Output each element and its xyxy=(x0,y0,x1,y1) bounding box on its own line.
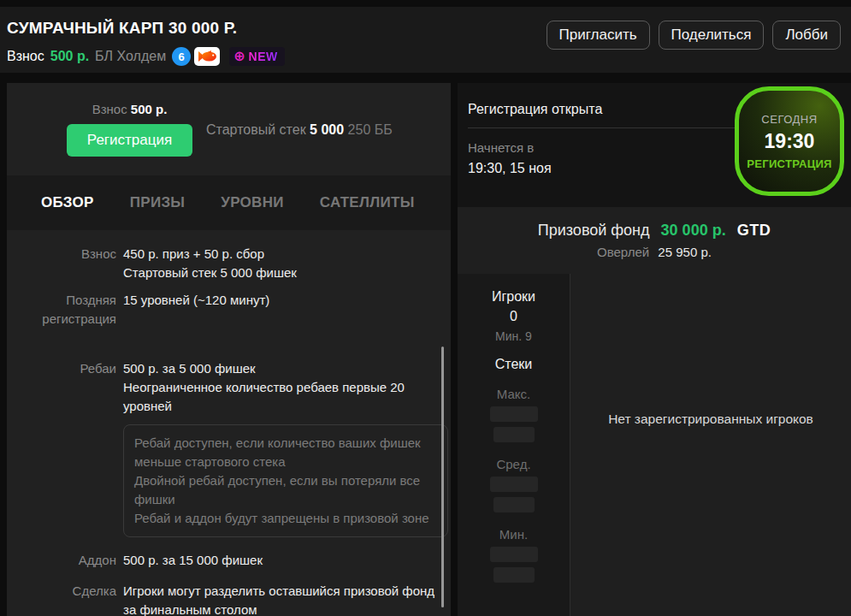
prize-pool-amount: 30 000 р. xyxy=(661,222,726,239)
rebuy-rule-line: Ребай доступен, если количество ваших фи… xyxy=(134,434,437,471)
content: Взнос 500 р. Регистрация Стартовый стек … xyxy=(0,83,851,616)
stacks-min-label: Мин. xyxy=(499,527,528,542)
rebuy-rule-line: Ребай и аддон будут запрещены в призовой… xyxy=(134,509,437,528)
panel-buyin-label: Взнос xyxy=(92,102,127,116)
detail-value-line: Неограниченное количество ребаев первые … xyxy=(123,378,446,416)
start-time-badge: СЕГОДНЯ 19:30 РЕГИСТРАЦИЯ xyxy=(735,86,844,196)
tab-satellites[interactable]: САТЕЛЛИТЫ xyxy=(320,194,415,211)
stack-placeholder-bar xyxy=(490,477,538,492)
players-min: Мин. 9 xyxy=(495,329,532,343)
panel-buyin-value: 500 р. xyxy=(131,102,168,116)
registration-status-section: Регистрация открыта Начнется в 19:30, 15… xyxy=(458,83,851,207)
register-button[interactable]: Регистрация xyxy=(67,124,192,157)
detail-value: Игроки могут разделить оставшийся призов… xyxy=(123,582,446,616)
detail-value-line: 450 р. приз + 50 р. сбор xyxy=(123,245,297,264)
game-type: БЛ Холдем xyxy=(95,49,166,64)
buyin-value: 500 р. xyxy=(50,49,89,64)
header-buttons: Пригласить Поделиться Лобби xyxy=(547,19,841,50)
detail-value: 500 р. за 5 000 фишек Неограниченное кол… xyxy=(123,359,446,416)
stats-column: Игроки 0 Мин. 9 Стеки Макс. Сред. Мин. xyxy=(458,274,570,616)
rebuy-rule-line: Двойной ребай доступен, если вы потеряли… xyxy=(134,471,437,509)
no-players-message: Нет зарегистрированных игроков xyxy=(608,412,813,478)
detail-value-line: 500 р. за 5 000 фишек xyxy=(123,359,446,378)
detail-value-line: Стартовый стек 5 000 фишек xyxy=(123,264,297,282)
tab-bar: ОБЗОР ПРИЗЫ УРОВНИ САТЕЛЛИТЫ xyxy=(7,175,451,230)
players-stats-section: Игроки 0 Мин. 9 Стеки Макс. Сред. Мин. Н… xyxy=(458,274,851,616)
tournament-title: СУМРАЧНЫЙ КАРП 30 000 Р. xyxy=(7,19,285,38)
new-badge: ⊕ NEW xyxy=(229,47,285,66)
overlay-line: Оверлей 25 950 р. xyxy=(597,245,712,259)
header-title-block: СУМРАЧНЫЙ КАРП 30 000 Р. Взнос 500 р. БЛ… xyxy=(7,19,285,66)
buyin-line: Взнос 500 р. xyxy=(92,102,168,116)
detail-value: 500 р. за 15 000 фишек xyxy=(123,551,263,570)
prize-pool-label: Призовой фонд xyxy=(538,222,650,239)
stacks-avg-label: Сред. xyxy=(496,457,530,471)
prize-pool-section: Призовой фонд 30 000 р. GTD Оверлей 25 9… xyxy=(458,207,851,274)
share-button[interactable]: Поделиться xyxy=(659,21,765,50)
tab-levels[interactable]: УРОВНИ xyxy=(221,194,284,211)
detail-row-deal: Сделка Игроки могут разделить оставшийся… xyxy=(7,582,451,616)
tournament-lobby-page: СУМРАЧНЫЙ КАРП 30 000 Р. Взнос 500 р. БЛ… xyxy=(0,7,851,616)
stack-placeholder-bar xyxy=(493,497,535,512)
detail-row-rebuys: Ребаи 500 р. за 5 000 фишек Неограниченн… xyxy=(7,359,451,416)
badge-time: 19:30 xyxy=(765,130,815,153)
header: СУМРАЧНЫЙ КАРП 30 000 Р. Взнос 500 р. БЛ… xyxy=(0,7,851,73)
gtd-badge: GTD xyxy=(737,222,771,239)
overlay-label: Оверлей xyxy=(597,245,649,259)
lobby-button[interactable]: Лобби xyxy=(772,21,841,50)
detail-value: 15 уровней (~120 минут) xyxy=(123,291,269,329)
tab-prizes[interactable]: ПРИЗЫ xyxy=(130,194,186,211)
stack-bb: 250 ББ xyxy=(348,122,393,137)
table-size-badge: 6 xyxy=(172,47,191,66)
detail-value: 450 р. приз + 50 р. сбор Стартовый стек … xyxy=(123,245,297,282)
buyin-label: Взнос xyxy=(7,49,44,64)
detail-row-late-reg: Поздняя регистрация 15 уровней (~120 мин… xyxy=(7,291,451,329)
detail-label: Поздняя регистрация xyxy=(7,291,116,329)
invite-button[interactable]: Пригласить xyxy=(547,21,650,50)
registered-players-area: Нет зарегистрированных игроков xyxy=(570,274,851,616)
detail-label: Ребаи xyxy=(7,359,116,416)
rebuy-rules-box: Ребай доступен, если количество ваших фи… xyxy=(123,424,448,537)
overlay-value: 25 950 р. xyxy=(658,245,712,259)
tab-overview[interactable]: ОБЗОР xyxy=(41,194,94,211)
prize-pool-line: Призовой фонд 30 000 р. GTD xyxy=(538,222,771,240)
stack-placeholder-bar xyxy=(490,406,538,422)
detail-row-buyin: Взнос 450 р. приз + 50 р. сбор Стартовый… xyxy=(7,245,451,282)
stack-placeholder-bar xyxy=(490,547,538,562)
stack-placeholder-bar xyxy=(493,427,535,442)
badge-day: СЕГОДНЯ xyxy=(761,113,817,126)
stacks-label: Стеки xyxy=(495,357,533,372)
badge-state: РЕГИСТРАЦИЯ xyxy=(747,157,831,170)
tournament-subtitle: Взнос 500 р. БЛ Холдем 6 xyxy=(7,47,285,66)
detail-label: Взнос xyxy=(7,245,116,282)
players-label: Игроки xyxy=(492,289,535,305)
overview-details: Взнос 450 р. приз + 50 р. сбор Стартовый… xyxy=(7,230,451,616)
status-panel: Регистрация открыта Начнется в 19:30, 15… xyxy=(458,83,851,616)
plus-circle-icon: ⊕ xyxy=(233,50,245,63)
scrollbar-thumb[interactable] xyxy=(441,346,444,607)
tournament-info-panel: Взнос 500 р. Регистрация Стартовый стек … xyxy=(7,83,451,616)
new-badge-label: NEW xyxy=(249,50,278,63)
stack-label: Стартовый стек xyxy=(206,122,306,137)
stack-value: 5 000 xyxy=(310,122,344,137)
players-count: 0 xyxy=(510,309,517,324)
stacks-max-label: Макс. xyxy=(497,387,530,401)
registration-row: Взнос 500 р. Регистрация Стартовый стек … xyxy=(7,83,451,175)
buyin-column: Взнос 500 р. Регистрация xyxy=(67,102,192,157)
detail-label: Сделка xyxy=(7,582,116,616)
detail-label: Аддон xyxy=(7,551,116,570)
detail-row-addon: Аддон 500 р. за 15 000 фишек xyxy=(7,551,451,570)
fish-icon xyxy=(194,47,220,66)
stack-placeholder-bar xyxy=(493,567,535,583)
starting-stack-info: Стартовый стек 5 000 250 ББ xyxy=(206,121,393,138)
